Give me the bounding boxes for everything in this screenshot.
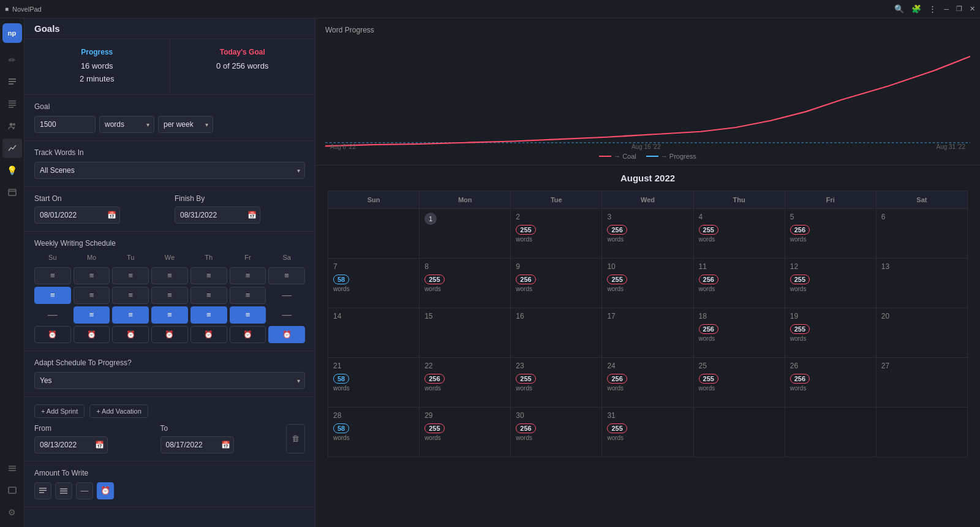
cal-date-24: 24: [607, 362, 688, 370]
schedule-mo-clock[interactable]: ⏰: [74, 326, 110, 343]
amount-words-btn[interactable]: [55, 482, 72, 499]
vacation-to-col: To 📅: [160, 424, 277, 453]
schedule-we-row3[interactable]: ≡: [151, 306, 188, 324]
cal-badge-19: 255: [790, 324, 810, 334]
sprint-section: + Add Sprint + Add Vacation From 📅 To 📅: [24, 397, 315, 461]
amount-clock-btn[interactable]: ⏰: [97, 482, 114, 499]
restore-button[interactable]: ❐: [956, 5, 962, 13]
schedule-fr-row3[interactable]: ≡: [230, 306, 266, 324]
track-words-select[interactable]: All Scenes Current Scene Selected Scenes: [34, 162, 305, 179]
svg-rect-13: [9, 487, 16, 493]
sidebar-item-chapters[interactable]: [2, 72, 22, 92]
puzzle-icon[interactable]: 🧩: [911, 4, 921, 13]
cal-badge-4: 255: [699, 225, 718, 235]
cal-date-27: 27: [881, 362, 962, 370]
schedule-mo-row3[interactable]: ≡: [74, 306, 110, 324]
add-sprint-button[interactable]: + Add Sprint: [34, 404, 85, 418]
more-icon[interactable]: ⋮: [929, 4, 937, 13]
goal-unit-select[interactable]: words pages: [99, 116, 154, 133]
cal-cell-w1-wed: 3 256 words: [602, 209, 693, 258]
schedule-sa-row1[interactable]: ≡: [268, 267, 305, 284]
cal-header-sun: Sun: [328, 191, 419, 208]
cal-cell-w3-tue: 16: [511, 308, 601, 357]
legend-progress: → Progress: [646, 153, 696, 160]
chart-svg-wrap: [325, 39, 970, 150]
schedule-we-row2[interactable]: ≡: [151, 287, 188, 304]
cal-words-12: words: [790, 286, 871, 292]
schedule-mo-row2[interactable]: ≡: [74, 287, 110, 304]
cal-badge-9: 256: [516, 275, 535, 284]
schedule-fr-row2[interactable]: ≡: [230, 287, 266, 304]
delete-vacation-button[interactable]: 🗑: [286, 424, 305, 453]
cal-date-1: 1: [424, 213, 437, 225]
sidebar-item-settings1[interactable]: [2, 458, 22, 478]
schedule-tu-row2[interactable]: ≡: [112, 287, 149, 304]
amount-section: Amount To Write — ⏰: [24, 461, 315, 507]
schedule-su-row2[interactable]: ≡: [34, 287, 71, 304]
cal-badge-5: 256: [790, 225, 810, 235]
cal-badge-22: 256: [424, 374, 444, 384]
schedule-tu-clock[interactable]: ⏰: [112, 326, 149, 343]
cal-date-28: 28: [333, 411, 414, 420]
schedule-su-row1[interactable]: ≡: [34, 267, 71, 284]
cal-cell-w1-sun: [328, 209, 419, 258]
schedule-we-row1[interactable]: ≡: [151, 267, 188, 284]
cal-date-10: 10: [607, 262, 688, 271]
schedule-sa-row2[interactable]: —: [268, 287, 305, 304]
sidebar-item-edit[interactable]: ✏: [2, 50, 22, 70]
svg-rect-3: [9, 100, 16, 102]
svg-point-8: [13, 123, 15, 126]
schedule-fr-row1[interactable]: ≡: [230, 267, 266, 284]
sidebar-item-files[interactable]: [2, 183, 22, 202]
sidebar-item-settings2[interactable]: [2, 480, 22, 500]
sidebar-item-settings[interactable]: ⚙: [2, 502, 22, 522]
cal-badge-21: 58: [333, 374, 349, 384]
schedule-th-row1[interactable]: ≡: [190, 267, 227, 284]
schedule-su-row3[interactable]: —: [34, 306, 71, 324]
cal-cell-w1-fri: 5 256 words: [785, 209, 876, 258]
schedule-su-clock[interactable]: ⏰: [34, 326, 71, 343]
todays-goal-value: 0 of 256 words: [180, 60, 306, 73]
goal-period-select[interactable]: per day per week per month: [158, 116, 213, 133]
svg-rect-6: [9, 107, 13, 108]
schedule-sa-clock[interactable]: ⏰: [268, 326, 305, 343]
goal-amount-input[interactable]: [34, 116, 96, 133]
search-icon[interactable]: 🔍: [894, 4, 904, 13]
cal-words-11: words: [699, 286, 780, 292]
sidebar-item-outline[interactable]: [2, 94, 22, 114]
cal-cell-w3-sat: 20: [876, 308, 967, 357]
schedule-we-clock[interactable]: ⏰: [151, 326, 188, 343]
sidebar-item-ideas[interactable]: 💡: [2, 161, 22, 180]
schedule-th-row2[interactable]: ≡: [190, 287, 227, 304]
sidebar-item-goals[interactable]: [2, 138, 22, 158]
amount-label: Amount To Write: [34, 469, 305, 477]
sidebar-item-characters[interactable]: [2, 116, 22, 136]
svg-rect-18: [60, 490, 67, 491]
amount-lines-btn[interactable]: [34, 482, 51, 499]
schedule-sa-row3[interactable]: —: [268, 306, 305, 324]
day-we: We: [151, 252, 188, 262]
page-title: Goals: [24, 18, 315, 39]
minimize-button[interactable]: ─: [944, 6, 949, 13]
schedule-tu-row1[interactable]: ≡: [112, 267, 149, 284]
schedule-th-row3[interactable]: ≡: [190, 306, 227, 324]
schedule-mo-row1[interactable]: ≡: [74, 267, 110, 284]
calendar-month-label: August 2022: [328, 173, 968, 183]
amount-minus-btn[interactable]: —: [76, 482, 93, 499]
progress-label: Progress: [34, 48, 160, 56]
chart-title: Word Progress: [325, 26, 970, 34]
cal-date-18: 18: [699, 312, 780, 320]
cal-cell-w3-wed: 17: [602, 308, 693, 357]
schedule-th-clock[interactable]: ⏰: [190, 326, 227, 343]
vacation-to-wrap: 📅: [160, 436, 234, 453]
adapt-select[interactable]: Yes No: [34, 372, 305, 389]
cal-badge-10: 255: [607, 275, 627, 284]
schedule-tu-row3[interactable]: ≡: [112, 306, 149, 324]
chart-x-label-2: Aug 16 '22: [631, 143, 661, 150]
add-vacation-button[interactable]: + Add Vacation: [89, 404, 148, 418]
close-button[interactable]: ✕: [970, 5, 975, 13]
cal-words-9: words: [516, 286, 597, 292]
schedule-fr-clock[interactable]: ⏰: [230, 326, 266, 343]
cal-cell-w2-mon: 8 255 words: [420, 259, 510, 308]
cal-date-6: 6: [881, 213, 962, 221]
